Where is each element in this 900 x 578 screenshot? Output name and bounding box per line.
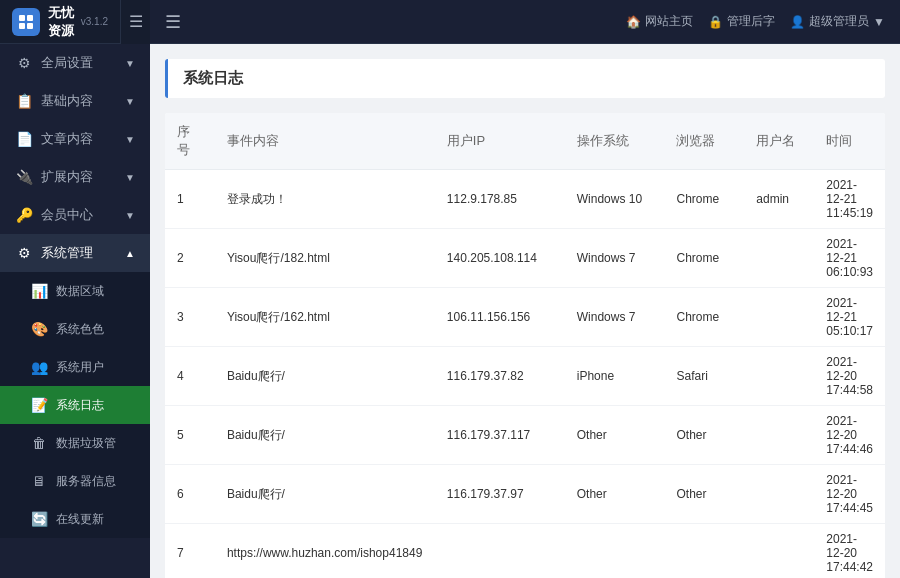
sidebar-item-system-mgmt[interactable]: ⚙ 系统管理 ▲ — [0, 234, 150, 272]
sidebar-item-data-region[interactable]: 📊 数据区域 — [0, 272, 150, 310]
cell-event: 登录成功！ — [215, 170, 435, 229]
cell-time: 2021-12-21 11:45:19 — [814, 170, 885, 229]
main-content: ☰ 🏠 网站主页 🔒 管理后字 👤 超级管理员 ▼ 系统日志 — [150, 0, 900, 578]
log-table: 序号 事件内容 用户IP 操作系统 浏览器 用户名 时间 1 登录成功！ 112… — [165, 113, 885, 578]
sidebar-item-label: 全局设置 — [41, 54, 93, 72]
col-browser: 浏览器 — [664, 113, 744, 170]
data-icon: 📊 — [30, 282, 48, 300]
col-ip: 用户IP — [435, 113, 565, 170]
website-home-btn[interactable]: 🏠 网站主页 — [626, 13, 693, 30]
chevron-up-icon: ▲ — [125, 248, 135, 259]
home-icon: 🏠 — [626, 15, 641, 29]
sidebar-item-system-color[interactable]: 🎨 系统色色 — [0, 310, 150, 348]
chevron-down-icon: ▼ — [125, 58, 135, 69]
sidebar-sub-label: 系统色色 — [56, 321, 104, 338]
topbar: ☰ 🏠 网站主页 🔒 管理后字 👤 超级管理员 ▼ — [150, 0, 900, 44]
col-user: 用户名 — [744, 113, 814, 170]
cell-id: 2 — [165, 229, 215, 288]
table-row: 5 Baidu爬行/ 116.179.37.117 Other Other 20… — [165, 406, 885, 465]
col-id: 序号 — [165, 113, 215, 170]
topbar-left: ☰ — [165, 11, 181, 33]
sidebar-item-online-update[interactable]: 🔄 在线更新 — [0, 500, 150, 538]
cell-os: Windows 10 — [565, 170, 665, 229]
cell-os: Windows 7 — [565, 288, 665, 347]
cell-user — [744, 465, 814, 524]
table-row: 6 Baidu爬行/ 116.179.37.97 Other Other 202… — [165, 465, 885, 524]
cell-browser: Chrome — [664, 170, 744, 229]
table-row: 2 Yisou爬行/182.html 140.205.108.114 Windo… — [165, 229, 885, 288]
cell-browser — [664, 524, 744, 579]
cell-id: 6 — [165, 465, 215, 524]
cell-browser: Other — [664, 465, 744, 524]
cell-event: https://www.huzhan.com/ishop41849 — [215, 524, 435, 579]
member-icon: 🔑 — [15, 206, 33, 224]
cell-user — [744, 229, 814, 288]
cell-ip: 106.11.156.156 — [435, 288, 565, 347]
chevron-down-icon: ▼ — [125, 172, 135, 183]
cell-browser: Chrome — [664, 288, 744, 347]
sidebar-item-label: 系统管理 — [41, 244, 93, 262]
cell-os: Windows 7 — [565, 229, 665, 288]
user-group-icon: 👥 — [30, 358, 48, 376]
sidebar-item-basic-content[interactable]: 📋 基础内容 ▼ — [0, 82, 150, 120]
sidebar-item-recycle-bin[interactable]: 🗑 数据垃圾管 — [0, 424, 150, 462]
cell-os: iPhone — [565, 347, 665, 406]
cell-ip: 140.205.108.114 — [435, 229, 565, 288]
sidebar-item-system-log[interactable]: 📝 系统日志 — [0, 386, 150, 424]
super-admin-btn[interactable]: 👤 超级管理员 ▼ — [790, 13, 885, 30]
table-row: 7 https://www.huzhan.com/ishop41849 2021… — [165, 524, 885, 579]
sidebar-item-text-content[interactable]: 📄 文章内容 ▼ — [0, 120, 150, 158]
menu-icon: ☰ — [165, 11, 181, 33]
cell-event: Yisou爬行/182.html — [215, 229, 435, 288]
sidebar-item-label: 会员中心 — [41, 206, 93, 224]
svg-rect-1 — [27, 15, 33, 21]
cell-event: Baidu爬行/ — [215, 347, 435, 406]
system-submenu: 📊 数据区域 🎨 系统色色 👥 系统用户 📝 系统日志 🗑 数据垃圾管 🖥 — [0, 272, 150, 538]
cell-user — [744, 406, 814, 465]
cell-ip: 116.179.37.97 — [435, 465, 565, 524]
sidebar-sub-label: 系统日志 — [56, 397, 104, 414]
cell-event: Baidu爬行/ — [215, 406, 435, 465]
sidebar-item-system-user[interactable]: 👥 系统用户 — [0, 348, 150, 386]
sidebar-sub-label: 数据垃圾管 — [56, 435, 116, 452]
cell-id: 1 — [165, 170, 215, 229]
sidebar-item-member[interactable]: 🔑 会员中心 ▼ — [0, 196, 150, 234]
server-icon: 🖥 — [30, 472, 48, 490]
logo-icon — [12, 8, 40, 36]
sidebar-item-all-settings[interactable]: ⚙ 全局设置 ▼ — [0, 44, 150, 82]
cell-os: Other — [565, 406, 665, 465]
text-icon: 📄 — [15, 130, 33, 148]
admin-arrow-icon: ▼ — [873, 15, 885, 29]
sidebar-item-extended[interactable]: 🔌 扩展内容 ▼ — [0, 158, 150, 196]
sidebar-item-label: 扩展内容 — [41, 168, 93, 186]
sidebar-item-label: 基础内容 — [41, 92, 93, 110]
menu-toggle[interactable]: ☰ — [120, 0, 150, 44]
table-row: 3 Yisou爬行/162.html 106.11.156.156 Window… — [165, 288, 885, 347]
cell-browser: Other — [664, 406, 744, 465]
cell-ip: 116.179.37.82 — [435, 347, 565, 406]
sidebar-sub-label: 数据区域 — [56, 283, 104, 300]
sidebar-item-server-info[interactable]: 🖥 服务器信息 — [0, 462, 150, 500]
cell-id: 3 — [165, 288, 215, 347]
cell-user — [744, 524, 814, 579]
cell-time: 2021-12-21 05:10:17 — [814, 288, 885, 347]
lock-icon: 🔒 — [708, 15, 723, 29]
col-event: 事件内容 — [215, 113, 435, 170]
cell-time: 2021-12-20 17:44:42 — [814, 524, 885, 579]
logo-text: 无忧资源 — [48, 4, 77, 40]
super-admin-label: 超级管理员 — [809, 13, 869, 30]
cell-os — [565, 524, 665, 579]
log-table-wrapper: 序号 事件内容 用户IP 操作系统 浏览器 用户名 时间 1 登录成功！ 112… — [165, 113, 885, 578]
sidebar-item-label: 文章内容 — [41, 130, 93, 148]
manage-backend-btn[interactable]: 🔒 管理后字 — [708, 13, 775, 30]
system-icon: ⚙ — [15, 244, 33, 262]
color-icon: 🎨 — [30, 320, 48, 338]
sidebar-sub-label: 服务器信息 — [56, 473, 116, 490]
cell-id: 7 — [165, 524, 215, 579]
cell-event: Baidu爬行/ — [215, 465, 435, 524]
svg-rect-3 — [27, 23, 33, 29]
sidebar-sub-label: 在线更新 — [56, 511, 104, 528]
topbar-right: 🏠 网站主页 🔒 管理后字 👤 超级管理员 ▼ — [626, 13, 885, 30]
cell-user: admin — [744, 170, 814, 229]
content-area: 系统日志 序号 事件内容 用户IP 操作系统 浏览器 用户名 时间 1 登 — [150, 44, 900, 578]
